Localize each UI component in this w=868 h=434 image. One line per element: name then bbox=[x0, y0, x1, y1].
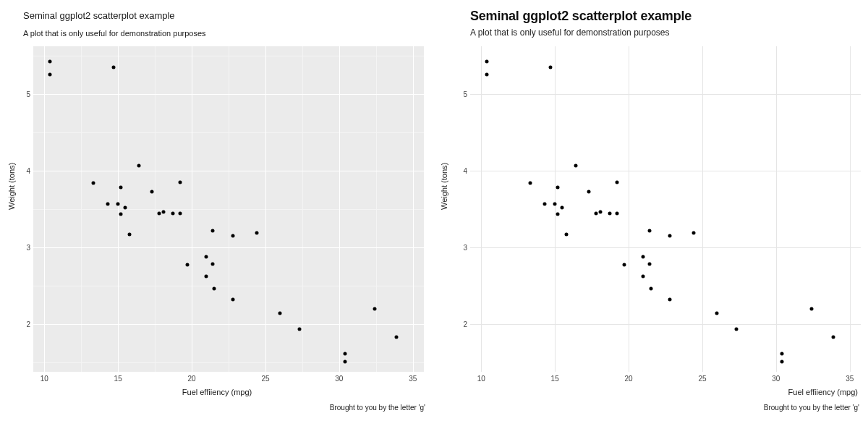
data-point bbox=[574, 163, 577, 167]
x-tick-label: 10 bbox=[41, 375, 48, 383]
data-point bbox=[832, 335, 835, 339]
x-tick-label: 35 bbox=[409, 375, 417, 383]
data-point bbox=[715, 312, 719, 315]
data-point bbox=[647, 229, 651, 233]
data-point bbox=[780, 359, 783, 363]
data-point bbox=[343, 352, 346, 356]
chart-subtitle: A plot that is only useful for demonstra… bbox=[23, 29, 206, 38]
data-point bbox=[556, 212, 560, 216]
x-tick-label: 20 bbox=[187, 375, 195, 383]
data-point bbox=[780, 352, 783, 356]
data-point bbox=[210, 229, 214, 233]
data-point bbox=[553, 202, 557, 205]
y-tick-label: 5 bbox=[9, 90, 30, 98]
data-point bbox=[106, 202, 109, 205]
y-tick-label: 4 bbox=[9, 166, 30, 174]
data-point bbox=[668, 298, 672, 302]
chart-caption: Brought to you by the letter 'g' bbox=[764, 404, 859, 412]
data-point bbox=[734, 328, 738, 331]
chart-left: Seminal ggplot2 scatterplot example A pl… bbox=[0, 0, 434, 434]
data-point bbox=[116, 202, 120, 205]
data-point bbox=[599, 210, 603, 214]
y-tick-label: 4 bbox=[446, 166, 467, 174]
data-point bbox=[150, 190, 154, 193]
data-point bbox=[231, 234, 235, 238]
data-point bbox=[158, 212, 161, 216]
x-axis-label: Fuel effiiency (mpg) bbox=[0, 388, 434, 396]
data-point bbox=[587, 190, 591, 193]
x-tick-label: 25 bbox=[261, 375, 269, 383]
data-point bbox=[171, 212, 174, 216]
data-point bbox=[542, 202, 546, 205]
data-point bbox=[178, 181, 182, 184]
data-point bbox=[343, 359, 346, 363]
data-point bbox=[212, 286, 216, 290]
chart-title: Seminal ggplot2 scatterplot example bbox=[470, 9, 692, 24]
data-point bbox=[297, 328, 301, 331]
x-axis-label: Fuel effiiency (mpg) bbox=[470, 388, 861, 396]
y-tick-label: 2 bbox=[446, 320, 467, 328]
data-point bbox=[395, 335, 399, 339]
data-point bbox=[162, 210, 166, 214]
data-point bbox=[278, 312, 282, 315]
y-tick-label: 3 bbox=[446, 244, 467, 252]
data-point bbox=[642, 255, 645, 259]
data-point bbox=[615, 181, 618, 184]
data-point bbox=[692, 231, 695, 234]
plot-area-right bbox=[470, 46, 861, 372]
data-point bbox=[231, 298, 235, 302]
y-tick-label: 5 bbox=[446, 90, 467, 98]
y-tick-label: 3 bbox=[9, 244, 30, 252]
data-point bbox=[622, 263, 626, 267]
data-point bbox=[128, 233, 132, 237]
data-point bbox=[255, 231, 258, 234]
data-point bbox=[595, 212, 598, 216]
data-point bbox=[112, 66, 116, 69]
data-point bbox=[178, 212, 182, 216]
data-point bbox=[485, 59, 489, 63]
data-point bbox=[124, 205, 127, 209]
y-tick-label: 2 bbox=[9, 320, 30, 328]
chart-right: Seminal ggplot2 scatterplot example A pl… bbox=[434, 0, 868, 434]
x-tick-label: 30 bbox=[335, 375, 343, 383]
chart-pair: Seminal ggplot2 scatterplot example A pl… bbox=[0, 0, 868, 434]
data-point bbox=[642, 275, 645, 278]
data-point bbox=[210, 263, 214, 266]
data-point bbox=[615, 212, 618, 216]
data-point bbox=[137, 163, 140, 167]
data-point bbox=[565, 233, 569, 237]
chart-caption: Brought to you by the letter 'g' bbox=[330, 404, 425, 412]
plot-area-left bbox=[33, 46, 424, 372]
x-tick-label: 15 bbox=[551, 375, 559, 383]
data-point bbox=[48, 73, 52, 77]
chart-subtitle: A plot that is only useful for demonstra… bbox=[470, 27, 670, 38]
data-point bbox=[119, 212, 123, 216]
data-point bbox=[485, 73, 489, 77]
data-point bbox=[549, 66, 553, 69]
x-tick-label: 25 bbox=[698, 375, 706, 383]
data-point bbox=[608, 212, 611, 216]
data-point bbox=[119, 186, 123, 190]
x-tick-label: 20 bbox=[624, 375, 632, 383]
data-point bbox=[373, 307, 376, 310]
x-tick-label: 35 bbox=[846, 375, 854, 383]
x-tick-label: 10 bbox=[477, 375, 485, 383]
data-point bbox=[528, 181, 532, 184]
data-point bbox=[205, 255, 208, 259]
x-tick-label: 15 bbox=[114, 375, 122, 383]
data-point bbox=[205, 275, 208, 278]
data-point bbox=[561, 205, 564, 209]
data-point bbox=[48, 59, 52, 63]
data-point bbox=[185, 263, 189, 267]
data-point bbox=[91, 181, 95, 184]
data-point bbox=[556, 186, 560, 190]
data-point bbox=[647, 263, 651, 266]
data-point bbox=[649, 286, 652, 290]
x-tick-label: 30 bbox=[772, 375, 780, 383]
data-point bbox=[809, 307, 813, 310]
data-point bbox=[668, 234, 672, 238]
chart-title: Seminal ggplot2 scatterplot example bbox=[23, 10, 175, 21]
